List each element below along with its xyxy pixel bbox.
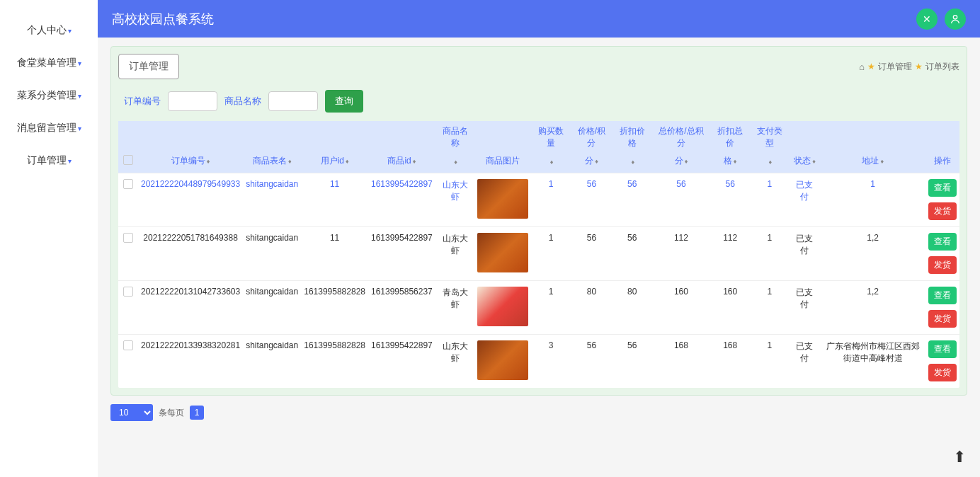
cell-pay: 1 [750,281,790,335]
page-size-select[interactable]: 10 [110,404,153,421]
table-row[interactable]: 20212222051781649388shitangcaidan1116139… [118,227,959,281]
row-checkbox[interactable] [123,340,133,350]
cell-status: 已支付 [790,335,821,389]
cell-pay: 1 [750,173,790,227]
cell-product-name: 山东大虾 [435,227,475,281]
row-checkbox[interactable] [123,287,133,297]
cell-status: 已支付 [790,281,821,335]
cell-qty: 1 [531,281,571,335]
cell-product-id: 1613995422897 [368,173,435,227]
ship-button[interactable]: 发货 [928,256,957,274]
svg-point-0 [953,15,957,18]
app-title: 高校校园点餐系统 [112,11,214,28]
star-icon: ★ [915,62,923,71]
home-icon: ⌂ [859,62,865,72]
col-order-no[interactable]: 订单编号♦ [138,149,243,173]
row-checkbox[interactable] [123,233,133,243]
cell-product-id: 1613995856237 [368,281,435,335]
product-name-input[interactable] [268,91,318,111]
sidebar-item-orders[interactable]: 订单管理▾ [0,144,98,177]
table-row[interactable]: 202122220133938320281shitangcaidan161399… [118,335,959,389]
cell-price: 56 [571,173,612,227]
cell-qty: 1 [531,173,571,227]
pager-label: 条每页 [159,407,184,419]
col-product-table[interactable]: 商品表名♦ [243,149,301,173]
cell-product-table: shitangcaidan [243,227,301,281]
product-image [477,287,528,326]
sidebar-item-menu[interactable]: 食堂菜单管理▾ [0,47,98,79]
cell-discount: 56 [612,335,652,389]
col-op: 操作 [925,149,959,173]
col-product-id[interactable]: 商品id♦ [368,149,435,173]
view-button[interactable]: 查看 [928,233,957,251]
cell-qty: 1 [531,227,571,281]
view-button[interactable]: 查看 [928,340,957,358]
sidebar-item-category[interactable]: 菜系分类管理▾ [0,79,98,112]
col-status[interactable]: 状态♦ [790,149,821,173]
page-1[interactable]: 1 [190,406,204,420]
select-all-checkbox[interactable] [123,155,133,165]
cell-product-id: 1613995422897 [368,335,435,389]
cell-product-table: shitangcaidan [243,335,301,389]
topbar: 高校校园点餐系统 ✕ [98,0,980,38]
cell-user-id: 1613995882828 [301,335,368,389]
cell-pay: 1 [750,227,790,281]
cell-product-name: 山东大虾 [435,335,475,389]
cell-order-no: 202122220133938320281 [138,335,243,389]
product-image [477,233,528,272]
close-icon[interactable]: ✕ [916,8,938,30]
cell-product-name: 山东大虾 [435,173,475,227]
ship-button[interactable]: 发货 [928,310,957,328]
cell-price: 56 [571,227,612,281]
col-address[interactable]: 地址♦ [820,149,925,173]
view-button[interactable]: 查看 [928,287,957,304]
product-image [477,179,528,219]
product-image [477,340,528,380]
user-icon[interactable] [945,8,966,30]
orders-table: 商品名称 购买数量 价格/积分 折扣价格 总价格/总积分 折扣总价 支付类型 [118,121,959,388]
col-qty: 购买数量 [531,121,571,149]
cell-total: 112 [652,227,711,281]
cell-price: 80 [571,281,612,335]
scroll-top-icon[interactable]: ⬆ [953,448,966,466]
cell-address: 1,2 [820,281,925,335]
cell-total: 56 [652,173,711,227]
col-dtotal: 折扣总价 [710,121,750,149]
col-pay: 支付类型 [750,121,790,149]
cell-discount: 56 [612,173,652,227]
cell-discount: 80 [612,281,652,335]
cell-user-id: 1613995882828 [301,281,368,335]
cell-dtotal: 168 [710,335,750,389]
ship-button[interactable]: 发货 [928,202,957,220]
sidebar-item-message[interactable]: 消息留言管理▾ [0,112,98,144]
ship-button[interactable]: 发货 [928,364,957,381]
cell-discount: 56 [612,227,652,281]
cell-status: 已支付 [790,227,821,281]
cell-product-id: 1613995422897 [368,227,435,281]
cell-order-no: 20212222051781649388 [138,227,243,281]
cell-address: 广东省梅州市梅江区西郊街道中高峰村道 [820,335,925,389]
order-no-input[interactable] [168,91,217,111]
view-button[interactable]: 查看 [928,179,957,197]
cell-status: 已支付 [790,173,821,227]
query-button[interactable]: 查询 [325,90,363,113]
cell-address: 1 [820,173,925,227]
table-row[interactable]: 202122220448979549933shitangcaidan111613… [118,173,959,227]
cell-product-name: 青岛大虾 [435,281,475,335]
cell-total: 160 [652,281,711,335]
col-user-id[interactable]: 用户id♦ [301,149,368,173]
cell-order-no: 202122220131042733603 [138,281,243,335]
pagination: 10 条每页 1 [110,404,967,421]
sidebar-item-profile[interactable]: 个人中心▾ [0,14,98,47]
cell-qty: 3 [531,335,571,389]
row-checkbox[interactable] [123,179,133,189]
cell-dtotal: 56 [710,173,750,227]
col-product-img: 商品图片 [474,149,531,173]
cell-user-id: 11 [301,227,368,281]
cell-price: 56 [571,335,612,389]
cell-product-table: shitangcaidan [243,173,301,227]
chevron-down-icon: ▾ [68,27,72,35]
table-row[interactable]: 202122220131042733603shitangcaidan161399… [118,281,959,335]
search-bar: 订单编号 商品名称 查询 [118,90,959,113]
sidebar: 个人中心▾ 食堂菜单管理▾ 菜系分类管理▾ 消息留言管理▾ 订单管理▾ [0,0,98,477]
